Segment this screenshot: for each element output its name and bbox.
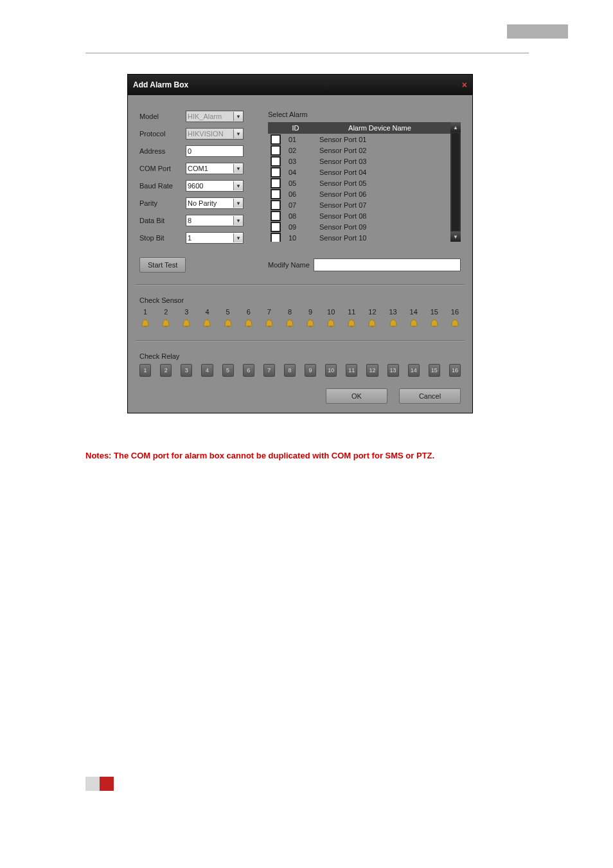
relay-button[interactable]: 6 (243, 364, 254, 377)
checkbox[interactable] (271, 134, 281, 145)
sensor-item[interactable]: 13 (387, 308, 399, 329)
sensor-item[interactable]: 4 (201, 308, 213, 329)
bell-icon (264, 318, 274, 329)
sensor-item[interactable]: 10 (325, 308, 337, 329)
scroll-thumb[interactable] (452, 133, 459, 231)
sensor-item[interactable]: 1 (139, 308, 151, 329)
relay-button[interactable]: 2 (160, 364, 172, 377)
parity-select[interactable]: No Parity ▼ (186, 197, 244, 209)
stopbit-select[interactable]: 1 ▼ (186, 232, 244, 244)
cancel-button[interactable]: Cancel (399, 388, 461, 404)
protocol-select[interactable]: HIKVISION ▼ (186, 128, 244, 140)
table-row[interactable]: 01Sensor Port 01 (268, 134, 461, 145)
sensor-number: 12 (368, 308, 376, 316)
col-name-header: Alarm Device Name (309, 124, 450, 132)
checkbox[interactable] (271, 222, 281, 232)
sensor-item[interactable]: 7 (263, 308, 275, 329)
relay-button[interactable]: 1 (139, 364, 151, 377)
model-value: HIK_Alarm (188, 113, 222, 120)
sensor-item[interactable]: 14 (408, 308, 420, 329)
table-row[interactable]: 02Sensor Port 02 (268, 145, 461, 156)
relay-button[interactable]: 11 (346, 364, 357, 377)
checkbox[interactable] (271, 211, 281, 221)
cell-name: Sensor Port 07 (315, 201, 450, 209)
cell-id: 05 (282, 179, 315, 187)
baudrate-select[interactable]: 9600 ▼ (186, 180, 244, 192)
sensor-item[interactable]: 11 (346, 308, 357, 329)
table-row[interactable]: 04Sensor Port 04 (268, 167, 461, 177)
relay-button[interactable]: 13 (387, 364, 399, 377)
model-select[interactable]: HIK_Alarm ▼ (186, 111, 244, 122)
relay-button[interactable]: 15 (429, 364, 440, 377)
table-row[interactable]: 03Sensor Port 03 (268, 156, 461, 167)
alarm-table-header: ID Alarm Device Name (268, 122, 461, 134)
checkbox[interactable] (271, 178, 281, 188)
scroll-up-icon[interactable]: ▲ (450, 122, 461, 132)
cell-name: Sensor Port 06 (315, 190, 450, 198)
sensor-number: 14 (410, 308, 418, 316)
checkbox[interactable] (271, 156, 281, 167)
select-alarm-label: Select Alarm (268, 111, 461, 118)
table-row[interactable]: 06Sensor Port 06 (268, 188, 461, 199)
chevron-down-icon: ▼ (233, 129, 243, 138)
cell-id: 08 (282, 212, 315, 220)
relay-button[interactable]: 3 (181, 364, 192, 377)
sensor-item[interactable]: 12 (366, 308, 378, 329)
sensor-item[interactable]: 6 (243, 308, 254, 329)
bell-icon (429, 318, 440, 329)
header-tab (507, 24, 568, 39)
baudrate-label: Baud Rate (139, 182, 186, 190)
protocol-value: HIKVISION (188, 130, 224, 138)
sensor-number: 8 (288, 308, 292, 316)
checkbox[interactable] (271, 167, 281, 177)
sensor-item[interactable]: 5 (222, 308, 234, 329)
sensor-item[interactable]: 3 (181, 308, 192, 329)
checkbox[interactable] (271, 200, 281, 210)
bell-icon (388, 318, 398, 329)
bell-icon (346, 318, 357, 329)
sensor-item[interactable]: 8 (284, 308, 296, 329)
table-row[interactable]: 10Sensor Port 10 (268, 232, 461, 242)
checkbox[interactable] (271, 189, 281, 199)
relay-button[interactable]: 8 (284, 364, 296, 377)
baudrate-value: 9600 (188, 182, 203, 190)
close-icon[interactable]: × (462, 80, 467, 90)
sensor-item[interactable]: 2 (160, 308, 172, 329)
checkbox[interactable] (271, 233, 281, 242)
ok-button[interactable]: OK (326, 388, 387, 404)
address-input[interactable]: 0 (186, 145, 244, 157)
relay-button[interactable]: 16 (449, 364, 461, 377)
relay-button[interactable]: 5 (222, 364, 234, 377)
cell-name: Sensor Port 04 (315, 168, 450, 176)
modify-name-input[interactable] (314, 258, 461, 271)
table-row[interactable]: 07Sensor Port 07 (268, 199, 461, 210)
relay-button[interactable]: 14 (408, 364, 420, 377)
divider (136, 284, 465, 285)
sensor-item[interactable]: 15 (429, 308, 440, 329)
sensor-number: 5 (226, 308, 230, 316)
scrollbar[interactable]: ▲ ▼ (450, 122, 461, 242)
table-row[interactable]: 05Sensor Port 05 (268, 177, 461, 188)
relay-button[interactable]: 7 (263, 364, 275, 377)
add-alarm-box-dialog: Add Alarm Box × Model HIK_Alarm ▼ Protoc… (127, 74, 473, 413)
comport-label: COM Port (139, 165, 186, 172)
table-row[interactable]: 09Sensor Port 09 (268, 221, 461, 232)
check-relay-label: Check Relay (139, 352, 461, 360)
relay-button[interactable]: 10 (325, 364, 337, 377)
sensor-item[interactable]: 9 (305, 308, 316, 329)
databit-select[interactable]: 8 ▼ (186, 215, 244, 226)
cell-id: 10 (282, 234, 315, 242)
scroll-down-icon[interactable]: ▼ (450, 231, 461, 242)
sensor-number: 11 (348, 308, 355, 316)
sensor-item[interactable]: 16 (449, 308, 461, 329)
checkbox[interactable] (271, 145, 281, 156)
cell-name: Sensor Port 10 (315, 234, 450, 242)
cell-id: 09 (282, 223, 315, 231)
relay-button[interactable]: 4 (201, 364, 213, 377)
start-test-button[interactable]: Start Test (139, 257, 186, 273)
table-row[interactable]: 08Sensor Port 08 (268, 210, 461, 221)
relay-button[interactable]: 9 (305, 364, 316, 377)
modify-name-label: Modify Name (268, 261, 310, 269)
relay-button[interactable]: 12 (366, 364, 378, 377)
comport-select[interactable]: COM1 ▼ (186, 163, 244, 174)
